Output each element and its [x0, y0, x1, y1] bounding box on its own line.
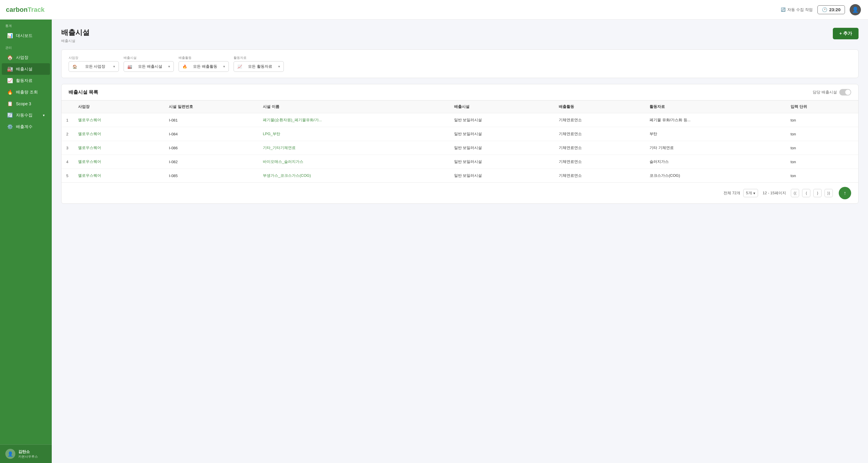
user-name: 김탄소	[18, 449, 38, 455]
clock-time: 23:20	[829, 7, 840, 12]
cell-activity: 기체연료연소	[554, 155, 645, 169]
home-filter-icon: 🏠	[72, 64, 77, 69]
first-page-button[interactable]: ⟨⟨	[791, 189, 799, 197]
scroll-top-button[interactable]: ↑	[839, 187, 851, 199]
col-name: 시설 이름	[258, 100, 450, 113]
cell-name[interactable]: 바이오매스_슬러지가스	[258, 155, 450, 169]
filter-activity-data-label: 활동자료	[234, 56, 284, 60]
table-row: 3 옐로우스퀘어 I-086 기타_기타기체연료 일반 보일러시설 기체연료연소…	[61, 141, 858, 155]
cell-workplace[interactable]: 옐로우스퀘어	[73, 141, 164, 155]
cell-unit: ton	[786, 113, 858, 127]
cell-workplace[interactable]: 옐로우스퀘어	[73, 113, 164, 127]
cell-serial: I-084	[164, 127, 258, 141]
col-unit: 입력 단위	[786, 100, 858, 113]
filter-section: 사업장 🏠 모든 사업장 ▾ 배출시설 🏭 모든 배출시설 ▾ 배출활동 🔥	[61, 50, 859, 78]
table-title: 배출시설 목록	[69, 89, 98, 95]
chevron-down-icon-workplace: ▾	[113, 64, 115, 69]
cell-num: 1	[61, 113, 73, 127]
clock-display[interactable]: 🕐 23:20	[817, 5, 845, 14]
cell-name[interactable]: 부생가스_코크스가스(COG)	[258, 169, 450, 183]
cell-facility: 일반 보일러시설	[450, 155, 554, 169]
cell-name[interactable]: 기타_기타기체연료	[258, 141, 450, 155]
cell-num: 5	[61, 169, 73, 183]
emission-facility-table: 사업장 시설 일련번호 시설 이름 배출시설 배출활동 활동자료 입력 단위 1…	[61, 100, 858, 182]
sidebar-item-label-scope3: Scope 3	[16, 101, 31, 106]
page-title: 배출시설	[61, 28, 90, 37]
cell-workplace[interactable]: 옐로우스퀘어	[73, 155, 164, 169]
sidebar-item-auto-collect[interactable]: 🔄 자동수집 ▾	[2, 110, 50, 121]
sidebar-item-workplace[interactable]: 🏠 사업장	[2, 52, 50, 63]
next-page-button[interactable]: ⟩	[813, 189, 822, 197]
filter-activity-label: 배출활동	[179, 56, 229, 60]
auto-collect-button[interactable]: 🔄 자동 수집 작업	[781, 7, 812, 12]
cell-workplace[interactable]: 옐로우스퀘어	[73, 169, 164, 183]
user-avatar: 👤	[5, 449, 16, 459]
toggle-label: 담당 배출시설	[813, 90, 837, 95]
cell-activity: 기체연료연소	[554, 141, 645, 155]
cell-activity-data: 부탄	[645, 127, 786, 141]
logo: carbon Track	[0, 0, 52, 20]
cell-activity: 기체연료연소	[554, 169, 645, 183]
chart-icon: 📈	[7, 78, 13, 83]
cell-workplace[interactable]: 옐로우스퀘어	[73, 127, 164, 141]
cell-facility: 일반 보일러시설	[450, 127, 554, 141]
sidebar-item-emission-facility[interactable]: 🏭 배출시설	[2, 63, 50, 75]
cell-activity-data: 폐기물 유화/가스화 등...	[645, 113, 786, 127]
cell-unit: ton	[786, 169, 858, 183]
pagination: 전체 72개 5개 ▾ 12 - 15페이지 ⟨⟨ ⟨ ⟩ ⟩⟩ ↑	[61, 182, 858, 204]
filter-facility: 배출시설 🏭 모든 배출시설 ▾	[124, 56, 174, 72]
filter-facility-select[interactable]: 🏭 모든 배출시설 ▾	[124, 61, 174, 72]
sidebar-item-label-activity: 활동자료	[16, 78, 33, 83]
cell-activity-data: 코크스가스(COG)	[645, 169, 786, 183]
filter-activity: 배출활동 🔥 모든 배출활동 ▾	[179, 56, 229, 72]
auto-collect-label: 자동 수집 작업	[787, 7, 812, 12]
filter-workplace-select[interactable]: 🏠 모든 사업장 ▾	[69, 61, 119, 72]
cell-serial: I-081	[164, 113, 258, 127]
table-row: 2 옐로우스퀘어 I-084 LPG_부탄 일반 보일러시설 기체연료연소 부탄…	[61, 127, 858, 141]
sidebar-item-dashboard[interactable]: 📊 대시보드	[2, 30, 50, 41]
sidebar-item-scope3[interactable]: 📋 Scope 3	[2, 98, 50, 110]
filter-workplace: 사업장 🏠 모든 사업장 ▾	[69, 56, 119, 72]
last-page-button[interactable]: ⟩⟩	[825, 189, 833, 197]
factory-icon: 🏭	[7, 66, 13, 72]
logo-carbon: carbon	[6, 6, 28, 13]
user-icon: 👤	[852, 6, 859, 13]
sidebar-item-emission-factor[interactable]: ⚙️ 배출계수	[2, 121, 50, 132]
sidebar-item-label-factor: 배출계수	[16, 124, 33, 129]
factory-filter-icon: 🏭	[127, 64, 132, 69]
filter-activity-data-select[interactable]: 📈 모든 활동자료 ▾	[234, 61, 284, 72]
sidebar-item-activity-data[interactable]: 📈 활동자료	[2, 75, 50, 86]
filter-facility-label: 배출시설	[124, 56, 174, 60]
cell-serial: I-086	[164, 141, 258, 155]
page-size-value: 5개	[746, 190, 752, 196]
table-body: 1 옐로우스퀘어 I-081 폐기물(순환자원)_폐기물유화/가... 일반 보…	[61, 113, 858, 183]
page-size-select[interactable]: 5개 ▾	[743, 189, 758, 197]
top-header: 🔄 자동 수집 작업 🕐 23:20 👤	[52, 0, 868, 20]
filter-workplace-value: 모든 사업장	[85, 64, 105, 69]
sidebar-footer: 👤 김탄소 카본사우루스	[0, 444, 52, 463]
logo-track: Track	[28, 6, 44, 13]
sidebar-item-emission-inquiry[interactable]: 🔥 배출량 조회	[2, 86, 50, 98]
user-org: 카본사우루스	[18, 455, 38, 459]
sync-icon: 🔄	[781, 7, 785, 12]
clock-icon: 🕐	[822, 7, 828, 12]
cell-name[interactable]: 폐기물(순환자원)_폐기물유화/가...	[258, 113, 450, 127]
add-button[interactable]: + 추가	[833, 28, 859, 39]
sidebar-item-label-auto: 자동수집	[16, 113, 33, 118]
chevron-down-icon-facility: ▾	[168, 64, 170, 69]
cell-unit: ton	[786, 141, 858, 155]
main-area: 🔄 자동 수집 작업 🕐 23:20 👤 배출시설 배출시설 + 추가 사업장 …	[52, 0, 868, 463]
home-icon: 🏠	[7, 55, 13, 60]
chart-filter-icon: 📈	[238, 64, 242, 69]
cell-name[interactable]: LPG_부탄	[258, 127, 450, 141]
user-profile-button[interactable]: 👤	[850, 4, 861, 16]
toggle-switch[interactable]	[839, 89, 851, 95]
sidebar-item-label-facility: 배출시설	[16, 66, 33, 72]
prev-page-button[interactable]: ⟨	[802, 189, 810, 197]
filter-activity-value: 모든 배출활동	[193, 64, 217, 69]
cell-serial: I-082	[164, 155, 258, 169]
fire-filter-icon: 🔥	[182, 64, 187, 69]
filter-activity-select[interactable]: 🔥 모든 배출활동 ▾	[179, 61, 229, 72]
cell-unit: ton	[786, 127, 858, 141]
cell-facility: 일반 보일러시설	[450, 113, 554, 127]
